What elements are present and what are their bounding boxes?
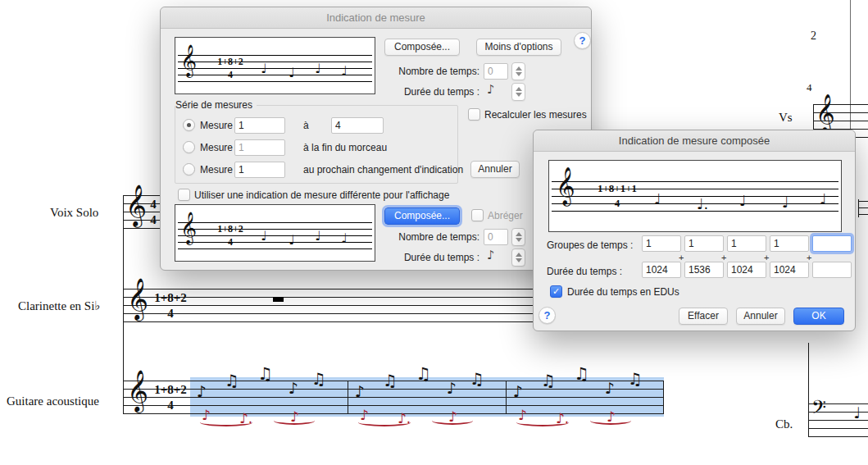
beat-duration-field-2[interactable]: [684, 262, 724, 278]
treble-clef-icon: 𝄞: [180, 46, 197, 74]
measure-from-field[interactable]: [234, 117, 285, 134]
beat-count-stepper[interactable]: [511, 62, 525, 80]
beat-count-field[interactable]: [484, 63, 508, 80]
note-glyph[interactable]: ♪: [197, 384, 207, 399]
beat-group-field-1[interactable]: [642, 235, 681, 252]
treble-clef-icon: 𝄞: [180, 213, 197, 241]
note-glyph: ♩: [782, 195, 789, 210]
timesig-bottom: 4: [592, 196, 643, 211]
measure-range-radio-2[interactable]: [183, 141, 195, 153]
beat-group-field-5[interactable]: [812, 235, 852, 252]
beat-count-label: Nombre de temps:: [349, 66, 479, 77]
note-glyph[interactable]: ♫: [470, 371, 484, 387]
guitar-measure-3[interactable]: ♪ ♫ ♫ ♪ ♫ ♪ ♪. ♪: [507, 377, 664, 435]
treble-clef-icon: 𝄞: [127, 280, 148, 317]
help-button[interactable]: ?: [574, 32, 591, 49]
edus-checkbox[interactable]: ✓: [550, 285, 562, 298]
note-glyph[interactable]: ♫: [383, 372, 398, 389]
cancel-button[interactable]: Annuler: [470, 161, 520, 178]
preview-timesig: 1+8+2 4: [213, 55, 248, 81]
timesig-top: 1+8+2: [213, 222, 248, 235]
note-glyph[interactable]: ♫: [225, 372, 239, 389]
beat-duration-field-3[interactable]: [727, 262, 766, 278]
clarinette-time-signature[interactable]: 1+8+2 4: [151, 290, 190, 321]
mesure-label: Mesure: [200, 142, 233, 153]
guitar-measure-2[interactable]: ♪ ♫ ♫ ♪ ♫ ♪ ♪. ♪: [348, 377, 507, 435]
timesig-bottom: 4: [151, 398, 190, 413]
help-button[interactable]: ?: [539, 307, 556, 324]
to-label: à: [303, 120, 309, 131]
measure-field-2[interactable]: [234, 139, 285, 156]
slur: [358, 418, 411, 426]
preview-timesig: 1+8+2 4: [213, 222, 248, 248]
beat-group-field-2[interactable]: [684, 235, 724, 252]
note-glyph[interactable]: ♫: [574, 366, 589, 383]
dialog-title: Indication de mesure: [326, 11, 425, 24]
cancel-button[interactable]: Annuler: [736, 308, 785, 325]
beat-group-field-3[interactable]: [727, 235, 766, 252]
note-glyph[interactable]: ♪: [605, 381, 615, 396]
dialog-titlebar[interactable]: Indication de mesure: [161, 7, 591, 29]
note-glyph[interactable]: ♫: [628, 371, 643, 387]
ok-button[interactable]: OK: [793, 308, 844, 325]
note-glyph[interactable]: ♪: [513, 384, 523, 399]
note-glyph[interactable]: ♫: [257, 366, 273, 383]
timesig-preview: 𝄞 1+8+2 4 ♩ ♩ ♩ ♩: [175, 37, 375, 94]
measure-field-3[interactable]: [234, 162, 285, 178]
voix-label: Voix Solo: [50, 206, 98, 220]
slur: [200, 418, 252, 426]
clear-button[interactable]: Effacer: [679, 308, 728, 325]
timesig-top: 1+8+2: [151, 290, 190, 306]
timesig-bottom: 4: [213, 235, 248, 248]
whole-rest[interactable]: [273, 297, 284, 302]
measure-to-field[interactable]: [331, 117, 384, 134]
to-end-label: à la fin du morceau: [303, 142, 387, 153]
beat-duration-field-5[interactable]: [812, 262, 852, 278]
note-glyph: ♩: [341, 232, 348, 245]
recalculate-checkbox[interactable]: [468, 108, 480, 121]
display-beat-count-stepper[interactable]: [511, 228, 525, 246]
bass-clef-icon: 𝄢: [811, 399, 826, 422]
note-glyph: ♩: [739, 194, 747, 208]
measure-number: 4: [807, 81, 812, 94]
moins-options-button[interactable]: Moins d'options: [476, 39, 561, 56]
staff-fragment: [859, 201, 868, 215]
composee-button[interactable]: Composée...: [384, 39, 460, 56]
note-glyph[interactable]: ♫: [416, 366, 431, 383]
eighth-note-icon: ♪: [487, 249, 495, 262]
note-glyph[interactable]: ♪: [289, 381, 298, 396]
note-glyph[interactable]: ♩: [853, 405, 861, 421]
beat-duration-field-1[interactable]: [642, 262, 681, 278]
eighth-note-icon: ♪: [487, 84, 495, 96]
composite-preview: 𝄞 1+8+1+1 4 ♩ ♩. ♩ ♩ ♩: [548, 160, 842, 232]
note-glyph[interactable]: ♪: [447, 381, 457, 396]
beat-group-field-4[interactable]: [770, 235, 809, 252]
clarinette-staff[interactable]: [123, 289, 578, 322]
different-display-label: Utiliser une indication de mesure différ…: [194, 189, 449, 201]
slur: [516, 418, 569, 426]
different-display-checkbox[interactable]: [178, 189, 190, 201]
abbreviate-checkbox[interactable]: [471, 209, 484, 221]
recalculate-label: Recalculer les mesures: [484, 109, 587, 121]
note-glyph: ♩: [261, 62, 267, 75]
guitar-measure-1[interactable]: ♪ ♫ ♫ ♪ ♫ ♪ ♪. ♪: [190, 377, 348, 435]
guitare-time-signature[interactable]: 1+8+2 4: [151, 382, 190, 413]
note-glyph[interactable]: ♪: [355, 384, 365, 399]
note-glyph[interactable]: ♫: [541, 372, 556, 389]
timesig-bottom: 4: [145, 212, 161, 228]
treble-clef-icon: 𝄞: [556, 169, 575, 202]
measure-range-radio-3[interactable]: [183, 163, 195, 176]
voix-time-signature[interactable]: 4 4: [145, 197, 161, 228]
measure-range-radio-1[interactable]: [183, 119, 195, 131]
mesure-label: Mesure: [200, 164, 233, 176]
display-beat-count-field[interactable]: [484, 229, 508, 245]
beat-duration-stepper[interactable]: [511, 83, 525, 101]
note-glyph: ♩: [289, 66, 295, 80]
display-beat-duration-stepper[interactable]: [511, 248, 525, 267]
dialog-titlebar[interactable]: Indication de mesure composée: [534, 130, 855, 152]
display-composee-button[interactable]: Composée...: [384, 207, 460, 225]
beat-duration-field-4[interactable]: [770, 262, 809, 278]
page-number: 2: [811, 30, 816, 43]
note-glyph[interactable]: ♫: [311, 371, 326, 387]
note-glyph: ♩: [289, 234, 295, 247]
